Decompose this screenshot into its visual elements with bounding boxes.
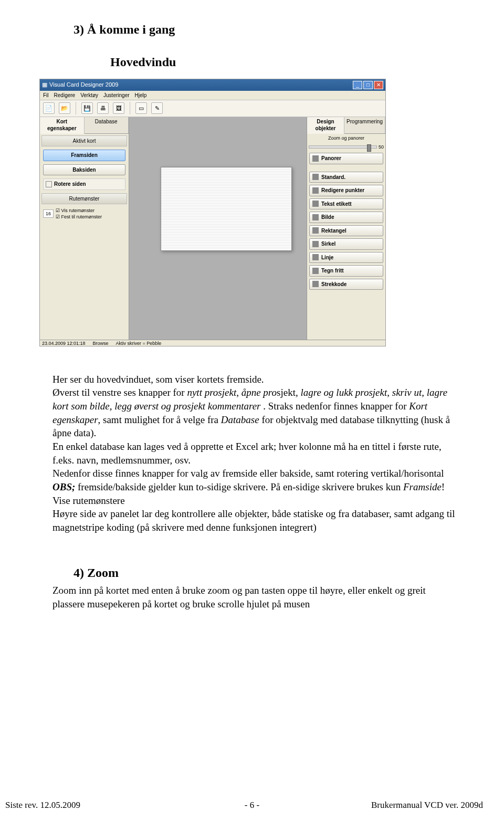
section-3-heading: 3) Å komme i gang — [74, 21, 465, 38]
status-browse: Browse — [93, 340, 109, 346]
freehand-icon — [312, 268, 319, 274]
rect-icon — [312, 227, 319, 234]
rotate-icon — [46, 181, 52, 187]
p3-fram: Framside — [403, 481, 442, 492]
main-toolbar: 📄 📂 💾 🖶 🖼 ▭ ✎ — [40, 100, 385, 117]
p3-obs: OBS; — [52, 481, 75, 492]
section-3-subheading: Hovedvindu — [110, 54, 465, 70]
menu-bar: Fil Redigere Verktøy Justeringer Hjelp — [40, 91, 385, 100]
p1-mid: sjekt — [277, 387, 296, 398]
rotere-siden-button[interactable]: Rotere siden — [43, 178, 125, 190]
page-footer: Siste rev. 12.05.2009 - 6 - Brukermanual… — [0, 799, 504, 812]
zoom-slider[interactable] — [309, 145, 377, 149]
barcode-icon — [312, 281, 319, 287]
tool-rektangel[interactable]: Rektangel — [309, 225, 383, 237]
circle-icon — [312, 241, 319, 247]
minimize-button[interactable]: _ — [353, 81, 362, 89]
framsiden-button[interactable]: Framsiden — [43, 150, 125, 161]
menu-verktoy[interactable]: Verktøy — [80, 92, 98, 99]
rotere-label: Rotere siden — [54, 181, 86, 188]
text-icon — [312, 201, 319, 207]
tool-tegn-fritt[interactable]: Tegn fritt — [309, 265, 383, 277]
image-icon — [312, 214, 319, 220]
pointer-icon — [312, 174, 319, 180]
tool-redigere-punkter[interactable]: Redigere punkter — [309, 185, 383, 196]
export-image-button[interactable]: 🖼 — [113, 102, 124, 114]
tab-database[interactable]: Database — [85, 117, 129, 133]
layer-button[interactable]: ▭ — [135, 102, 147, 114]
zoom-panorer-header: Zoom og panorer — [307, 134, 385, 142]
section-4-heading: 4) Zoom — [74, 564, 465, 581]
tab-design-objekter[interactable]: Design objekter — [307, 117, 344, 134]
zoom-value: 50 — [379, 144, 384, 150]
tool-strekkode[interactable]: Strekkode — [309, 279, 383, 290]
menu-fil[interactable]: Fil — [43, 92, 49, 99]
maximize-button[interactable]: □ — [363, 81, 373, 89]
window-titlebar: ▦ Visual Card Designer 2009 _ □ ✕ — [40, 79, 385, 91]
body-paragraphs: Her ser du hovedvinduet, som viser korte… — [52, 373, 457, 534]
section-4-text: Zoom inn på kortet med enten å bruke zoo… — [52, 584, 457, 611]
p1-line2a: Øverst til venstre ses knapper for — [52, 387, 187, 398]
tab-kort-egenskaper[interactable]: Kort egenskaper — [40, 117, 85, 134]
footer-left: Siste rev. 12.05.2009 — [5, 799, 80, 812]
menu-hjelp[interactable]: Hjelp — [135, 92, 147, 99]
footer-right: Brukermanual VCD ver. 2009d — [371, 799, 483, 812]
tool-standard[interactable]: Standard. — [309, 172, 383, 183]
window-title: Visual Card Designer 2009 — [49, 81, 118, 89]
p1-line3: . Straks nedenfor finnes knapper for — [263, 401, 409, 412]
close-button[interactable]: ✕ — [374, 81, 383, 89]
app-icon: ▦ — [42, 81, 47, 89]
tool-panorer[interactable]: Panorer — [309, 153, 383, 164]
grid-size-input[interactable]: 16 — [43, 209, 54, 218]
status-bar: 23.04.2009 12:01:18 Browse Aktiv skriver… — [40, 340, 385, 346]
p3b: fremside/bakside gjelder kun to-sidige s… — [75, 481, 403, 492]
p1-line1: Her ser du hovedvinduet, som viser korte… — [52, 374, 264, 385]
p1-italic4: Database — [221, 414, 259, 425]
menu-redigere[interactable]: Redigere — [54, 92, 76, 99]
p3a: Nedenfor disse finnes knapper for valg a… — [52, 468, 444, 479]
tool-sirkel[interactable]: Sirkel — [309, 238, 383, 250]
p1-line4: , samt mulighet for å velge fra — [98, 414, 221, 425]
design-canvas[interactable] — [129, 117, 307, 340]
card-preview[interactable] — [161, 167, 292, 251]
vis-rutemonster-check[interactable]: ☑ Vis rutemønster — [56, 207, 102, 214]
open-project-button[interactable]: 📂 — [59, 102, 70, 114]
aktivt-kort-header: Aktivt kort — [41, 135, 127, 147]
rutemonster-header: Rutemønster — [41, 193, 127, 205]
tool-linje[interactable]: Linje — [309, 252, 383, 264]
left-panel: Kort egenskaper Database Aktivt kort Fra… — [40, 117, 129, 340]
status-date: 23.04.2009 12:01:18 — [42, 340, 86, 346]
tab-programmering[interactable]: Programmering — [344, 117, 385, 133]
comment-button[interactable]: ✎ — [151, 102, 163, 114]
edit-points-icon — [312, 187, 319, 194]
p4: Høyre side av panelet lar deg kontroller… — [52, 507, 457, 534]
section-4: 4) Zoom Zoom inn på kortet med enten å b… — [52, 564, 465, 611]
pan-icon — [312, 155, 319, 162]
app-screenshot: ▦ Visual Card Designer 2009 _ □ ✕ Fil Re… — [39, 79, 386, 346]
line-icon — [312, 254, 319, 260]
fest-rutemonster-check[interactable]: ☑ Fest til rutemønster — [56, 214, 102, 220]
baksiden-button[interactable]: Baksiden — [43, 164, 125, 176]
p1-italic1: nytt prosjekt, åpne pro — [187, 387, 277, 398]
p2: En enkel database kan lages ved å oppret… — [52, 440, 457, 467]
status-printer: Aktiv skriver = Pebble — [116, 340, 162, 346]
menu-justeringer[interactable]: Justeringer — [103, 92, 129, 99]
new-project-button[interactable]: 📄 — [43, 102, 55, 114]
save-button[interactable]: 💾 — [81, 102, 93, 114]
tool-tekst-etikett[interactable]: Tekst etikett — [309, 198, 383, 210]
right-panel: Design objekter Programmering Zoom og pa… — [307, 117, 385, 340]
tool-bilde[interactable]: Bilde — [309, 212, 383, 223]
print-button[interactable]: 🖶 — [97, 102, 109, 114]
